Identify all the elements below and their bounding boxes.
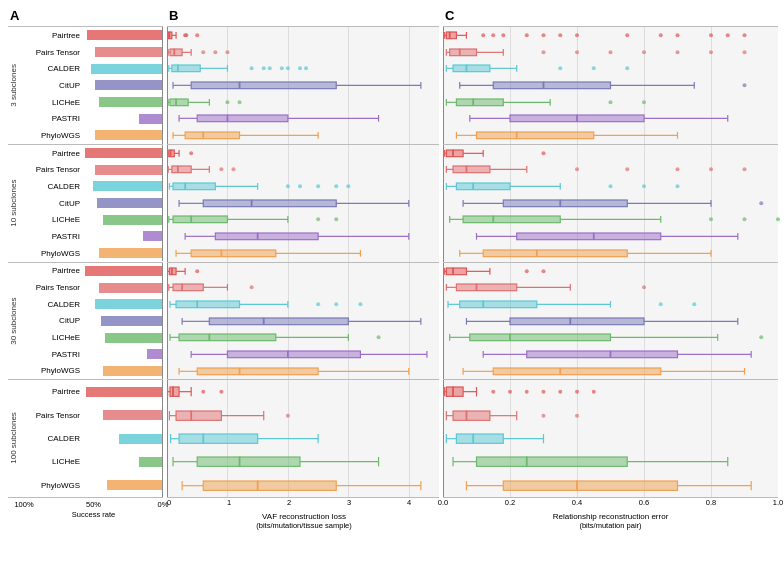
success-bar [107, 480, 163, 490]
tool-label: Pairtree [19, 387, 83, 396]
tool-row: PASTRI [19, 228, 163, 245]
svg-point-335 [692, 302, 696, 306]
bp-row [167, 127, 439, 144]
tool-label: PASTRI [19, 114, 83, 123]
svg-point-220 [709, 50, 713, 54]
group-3-b [167, 26, 439, 145]
svg-point-79 [298, 184, 302, 188]
tool-row: Pairs Tensor [19, 161, 163, 178]
tool-label: LICHeE [19, 98, 83, 107]
success-bar [95, 130, 163, 140]
svg-rect-182 [197, 457, 300, 466]
bp-row-c [443, 279, 778, 296]
ref-line [162, 127, 163, 144]
bc-rows-100-b [167, 380, 439, 497]
success-bar [95, 299, 163, 309]
svg-point-244 [609, 100, 613, 104]
ref-line [162, 363, 163, 380]
svg-point-370 [542, 390, 546, 394]
success-bar [95, 165, 163, 175]
svg-rect-242 [456, 99, 503, 106]
svg-point-275 [743, 168, 747, 172]
success-bar [103, 410, 163, 420]
svg-point-221 [743, 50, 747, 54]
ref-line [162, 279, 163, 296]
success-bar [85, 266, 163, 276]
panel-b-header: B [167, 8, 439, 26]
tool-rows-3-a: PairtreePairs TensorCALDERCitUPLICHeEPAS… [19, 27, 163, 144]
bp-row [167, 363, 439, 380]
svg-point-367 [491, 390, 495, 394]
svg-point-199 [525, 33, 529, 37]
ref-line [162, 94, 163, 111]
c-axis-label: Relationship reconstruction error(bits/m… [443, 510, 778, 530]
svg-rect-13 [170, 49, 182, 56]
ref-line [162, 450, 163, 473]
svg-point-7 [184, 33, 188, 37]
svg-point-264 [542, 151, 546, 155]
bp-row [167, 329, 439, 346]
rot-label-3: 3 subclones [8, 27, 19, 144]
bp-row-c [443, 346, 778, 363]
bp-row [167, 44, 439, 61]
svg-point-203 [625, 33, 629, 37]
bp-row-c [443, 110, 778, 127]
svg-point-15 [201, 50, 205, 54]
bp-row [167, 228, 439, 245]
svg-point-129 [316, 302, 320, 306]
svg-rect-93 [173, 216, 227, 223]
success-bar [103, 215, 163, 225]
svg-point-327 [642, 286, 646, 290]
svg-point-371 [558, 390, 562, 394]
panel-a-body: 3 subclones PairtreePairs TensorCALDERCi… [8, 26, 163, 498]
bar-wrap [83, 110, 163, 127]
tool-label: CitUP [19, 81, 83, 90]
svg-rect-305 [517, 233, 661, 240]
tool-row: LICHeE [19, 94, 163, 111]
bp-row-c [443, 211, 778, 228]
group-10-b [167, 145, 439, 263]
bp-row [167, 195, 439, 212]
panel-c-body [443, 26, 778, 498]
svg-point-229 [592, 67, 596, 71]
svg-rect-340 [510, 318, 644, 325]
bp-row-c [443, 427, 778, 450]
a-axis-100: 100% [14, 500, 33, 509]
bar-wrap [83, 427, 163, 450]
success-bar [91, 64, 163, 74]
success-bar [99, 283, 163, 293]
svg-point-198 [501, 33, 505, 37]
svg-point-284 [676, 184, 680, 188]
svg-point-245 [642, 100, 646, 104]
tool-row: CALDER [19, 60, 163, 77]
tool-row: PASTRI [19, 110, 163, 127]
a-axis-50: 50% [86, 500, 101, 509]
ref-line [162, 60, 163, 77]
tool-row: CitUP [19, 313, 163, 330]
bar-wrap [83, 329, 163, 346]
svg-point-348 [759, 336, 763, 340]
bp-row-c [443, 178, 778, 195]
ref-line [162, 77, 163, 94]
tool-label: Pairs Tensor [19, 48, 83, 57]
svg-rect-68 [172, 166, 191, 173]
success-bar [139, 457, 163, 467]
svg-rect-296 [463, 216, 560, 223]
bp-row-c [443, 127, 778, 144]
panel-c-header: C [443, 8, 778, 26]
svg-rect-155 [197, 368, 318, 375]
svg-point-144 [377, 336, 381, 340]
rot-label-10: 10 subclones [8, 145, 19, 262]
ref-line [162, 313, 163, 330]
svg-point-28 [286, 67, 290, 71]
tool-row: CitUP [19, 195, 163, 212]
a-axis-label: Success rate [24, 510, 163, 519]
svg-point-163 [201, 390, 205, 394]
bp-row-c [443, 296, 778, 313]
bar-wrap [83, 127, 163, 144]
success-bar [99, 248, 163, 258]
svg-point-82 [346, 184, 350, 188]
bar-wrap [83, 27, 163, 44]
panel-a-header: A [8, 8, 163, 26]
tool-row: Pairs Tensor [19, 404, 163, 427]
